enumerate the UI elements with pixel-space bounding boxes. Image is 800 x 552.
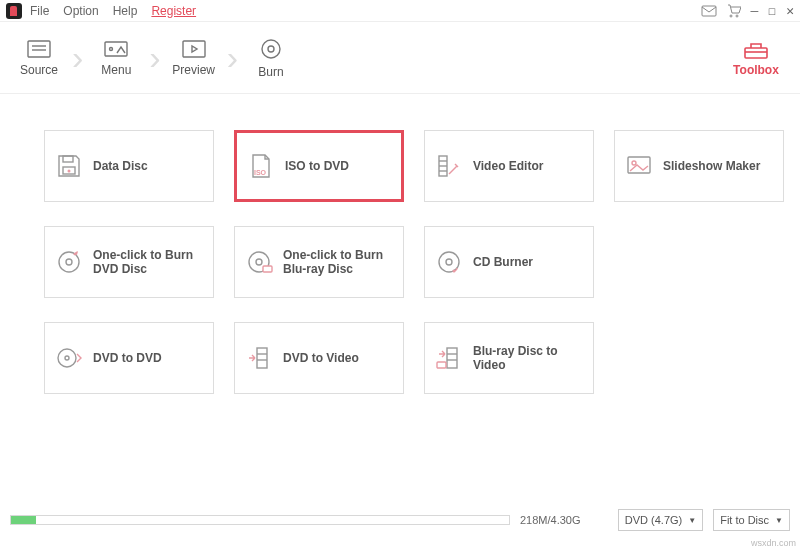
- card-video-editor[interactable]: Video Editor: [424, 130, 594, 202]
- step-source[interactable]: Source: [0, 22, 78, 93]
- card-data-disc[interactable]: Data Disc: [44, 130, 214, 202]
- svg-point-30: [446, 259, 452, 265]
- card-label: Slideshow Maker: [663, 159, 760, 173]
- app-logo: [6, 3, 22, 19]
- card-label: Blu-ray Disc to Video: [473, 344, 583, 372]
- svg-point-27: [256, 259, 262, 265]
- svg-rect-12: [745, 48, 767, 58]
- title-icons: — ☐ ✕: [701, 3, 794, 18]
- card-label: DVD to DVD: [93, 351, 162, 365]
- tool-grid: Data Disc ISO ISO to DVD Video Editor Sl…: [0, 94, 800, 414]
- title-bar: File Option Help Register — ☐ ✕: [0, 0, 800, 22]
- menu-icon: [103, 39, 129, 59]
- fit-value: Fit to Disc: [720, 514, 769, 526]
- menu-option[interactable]: Option: [63, 4, 98, 18]
- capacity-bar: [10, 515, 510, 525]
- image-icon: [625, 152, 653, 180]
- card-iso-to-dvd[interactable]: ISO ISO to DVD: [234, 130, 404, 202]
- step-label: Source: [20, 63, 58, 77]
- card-label: One-click to Burn DVD Disc: [93, 248, 203, 276]
- card-bluray-to-video[interactable]: Blu-ray Disc to Video: [424, 322, 594, 394]
- svg-rect-8: [183, 41, 205, 57]
- svg-rect-34: [257, 348, 267, 368]
- preview-icon: [181, 39, 207, 59]
- card-dvd-to-dvd[interactable]: DVD to DVD: [44, 322, 214, 394]
- svg-point-2: [736, 15, 738, 17]
- main-menu: File Option Help Register: [30, 4, 196, 18]
- close-button[interactable]: ✕: [786, 3, 794, 18]
- step-burn[interactable]: Burn: [232, 22, 310, 93]
- disc-type-value: DVD (4.7G): [625, 514, 682, 526]
- watermark: wsxdn.com: [751, 538, 796, 548]
- menu-register[interactable]: Register: [151, 4, 196, 18]
- svg-rect-6: [105, 42, 127, 56]
- svg-point-16: [68, 170, 71, 173]
- svg-rect-28: [263, 266, 272, 272]
- step-menu[interactable]: Menu: [77, 22, 155, 93]
- disc-burn-icon: [55, 248, 83, 276]
- disc-bluray-icon: [245, 248, 273, 276]
- svg-rect-14: [63, 156, 73, 162]
- iso-file-icon: ISO: [247, 152, 275, 180]
- source-icon: [26, 39, 52, 59]
- svg-rect-37: [447, 348, 457, 368]
- svg-rect-0: [702, 6, 716, 16]
- svg-point-1: [730, 15, 732, 17]
- card-label: Data Disc: [93, 159, 148, 173]
- step-label: Menu: [101, 63, 131, 77]
- svg-point-32: [58, 349, 76, 367]
- card-label: Video Editor: [473, 159, 543, 173]
- chevron-down-icon: ▼: [688, 516, 696, 525]
- bluray-video-icon: [435, 344, 463, 372]
- disc-type-select[interactable]: DVD (4.7G) ▼: [618, 509, 703, 531]
- menu-file[interactable]: File: [30, 4, 49, 18]
- svg-point-24: [59, 252, 79, 272]
- footer-bar: 218M/4.30G DVD (4.7G) ▼ Fit to Disc ▼: [0, 506, 800, 534]
- floppy-icon: [55, 152, 83, 180]
- toolbox-icon: [742, 38, 770, 60]
- menu-help[interactable]: Help: [113, 4, 138, 18]
- step-nav: Source › Menu › Preview › Burn Toolbox: [0, 22, 800, 94]
- minimize-button[interactable]: —: [751, 3, 759, 18]
- step-preview[interactable]: Preview: [155, 22, 233, 93]
- disc-arrow-icon: [55, 344, 83, 372]
- svg-point-23: [632, 161, 636, 165]
- card-label: One-click to Burn Blu-ray Disc: [283, 248, 393, 276]
- burn-icon: [259, 37, 283, 61]
- film-arrow-icon: [245, 344, 273, 372]
- capacity-fill: [11, 516, 36, 524]
- card-cd-burner[interactable]: CD Burner: [424, 226, 594, 298]
- card-dvd-to-video[interactable]: DVD to Video: [234, 322, 404, 394]
- chevron-down-icon: ▼: [775, 516, 783, 525]
- capacity-label: 218M/4.30G: [520, 514, 581, 526]
- card-slideshow-maker[interactable]: Slideshow Maker: [614, 130, 784, 202]
- svg-rect-40: [437, 362, 446, 368]
- svg-point-7: [110, 47, 113, 50]
- step-label: Preview: [172, 63, 215, 77]
- maximize-button[interactable]: ☐: [768, 3, 776, 18]
- card-label: CD Burner: [473, 255, 533, 269]
- svg-marker-9: [192, 46, 197, 52]
- card-label: DVD to Video: [283, 351, 359, 365]
- step-label: Burn: [258, 65, 283, 79]
- toolbox-button[interactable]: Toolbox: [722, 38, 790, 77]
- cart-icon[interactable]: [727, 4, 741, 18]
- card-label: ISO to DVD: [285, 159, 349, 173]
- svg-point-31: [453, 270, 456, 273]
- mail-icon[interactable]: [701, 5, 717, 17]
- toolbox-label: Toolbox: [722, 63, 790, 77]
- card-oneclick-bluray[interactable]: One-click to Burn Blu-ray Disc: [234, 226, 404, 298]
- svg-rect-3: [28, 41, 50, 57]
- cd-music-icon: [435, 248, 463, 276]
- svg-point-29: [439, 252, 459, 272]
- svg-point-11: [268, 46, 274, 52]
- svg-point-10: [262, 40, 280, 58]
- card-oneclick-dvd[interactable]: One-click to Burn DVD Disc: [44, 226, 214, 298]
- svg-point-33: [65, 356, 69, 360]
- svg-text:ISO: ISO: [254, 169, 267, 176]
- svg-point-25: [66, 259, 72, 265]
- film-edit-icon: [435, 152, 463, 180]
- fit-select[interactable]: Fit to Disc ▼: [713, 509, 790, 531]
